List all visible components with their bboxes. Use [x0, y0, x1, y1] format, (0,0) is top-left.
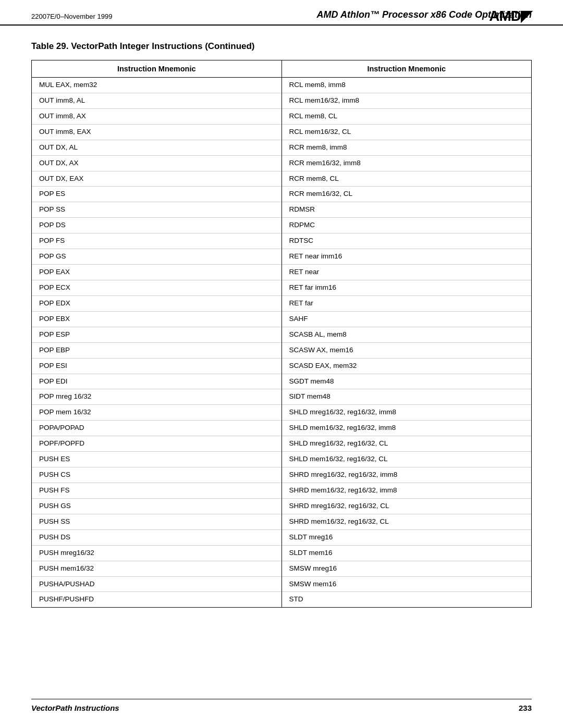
table-row: RCL mem16/32, imm8 — [282, 93, 532, 109]
table-row: POPF/POPFD — [32, 436, 282, 452]
table-row: OUT imm8, AX — [32, 109, 282, 125]
table-row: PUSHA/PUSHAD — [32, 577, 282, 593]
table-row: RCR mem16/32, imm8 — [282, 156, 532, 171]
table-row: RET near imm16 — [282, 249, 532, 265]
table-row: SHLD mreg16/32, reg16/32, imm8 — [282, 405, 532, 421]
main-content: Table 29. VectorPath Integer Instruction… — [0, 26, 563, 623]
table-row: POP EAX — [32, 265, 282, 280]
table-row: PUSH SS — [32, 514, 282, 530]
col1-rows: MUL EAX, mem32OUT imm8, ALOUT imm8, AXOU… — [32, 78, 282, 607]
table-row: PUSH mem16/32 — [32, 561, 282, 577]
table-row: POP EBX — [32, 312, 282, 327]
table-row: RCL mem8, CL — [282, 109, 532, 125]
page-number: 233 — [519, 704, 532, 712]
table-row: POP EBP — [32, 343, 282, 359]
table-row: SMSW mem16 — [282, 577, 532, 593]
table-row: SHRD mem16/32, reg16/32, imm8 — [282, 483, 532, 499]
table-row: RCL mem16/32, CL — [282, 125, 532, 140]
table-row: POP ESP — [32, 327, 282, 343]
table-row: POP EDX — [32, 296, 282, 312]
col2-rows: RCL mem8, imm8RCL mem16/32, imm8RCL mem8… — [282, 78, 532, 607]
table-row: RDTSC — [282, 233, 532, 249]
table-row: POP ES — [32, 187, 282, 202]
doc-number: 22007E/0–November 1999 — [31, 13, 112, 20]
table-row: RCL mem8, imm8 — [282, 78, 532, 93]
table-row: SLDT mem16 — [282, 546, 532, 561]
table-row: SGDT mem48 — [282, 374, 532, 390]
table-row: POP mreg 16/32 — [32, 389, 282, 405]
table-row: POP DS — [32, 218, 282, 233]
table-row: MUL EAX, mem32 — [32, 78, 282, 93]
table-column-2: Instruction Mnemonic RCL mem8, imm8RCL m… — [282, 60, 532, 607]
page-header: 22007E/0–November 1999 AMD Athlon™ Proce… — [0, 0, 563, 26]
table-row: SAHF — [282, 312, 532, 327]
table-row: OUT DX, EAX — [32, 171, 282, 187]
table-row: RDPMC — [282, 218, 532, 233]
page: AMD◤ 22007E/0–November 1999 AMD Athlon™ … — [0, 0, 563, 728]
table-row: RCR mem16/32, CL — [282, 187, 532, 202]
table-row: SIDT mem48 — [282, 389, 532, 405]
table-row: PUSH mreg16/32 — [32, 546, 282, 561]
table-row: RDMSR — [282, 202, 532, 218]
table-row: RET far — [282, 296, 532, 312]
table-row: SHRD mreg16/32, reg16/32, imm8 — [282, 467, 532, 483]
table-row: POP ESI — [32, 359, 282, 374]
table-row: POP GS — [32, 249, 282, 265]
table-row: SCASD EAX, mem32 — [282, 359, 532, 374]
table-row: SCASW AX, mem16 — [282, 343, 532, 359]
table-row: PUSH FS — [32, 483, 282, 499]
table-column-1: Instruction Mnemonic MUL EAX, mem32OUT i… — [32, 60, 282, 607]
table-row: SCASB AL, mem8 — [282, 327, 532, 343]
table-row: OUT DX, AX — [32, 156, 282, 171]
table-row: POPA/POPAD — [32, 421, 282, 436]
table-title: Table 29. VectorPath Integer Instruction… — [31, 41, 532, 52]
footer-section-label: VectorPath Instructions — [31, 704, 119, 712]
table-row: POP mem 16/32 — [32, 405, 282, 421]
table-row: OUT imm8, EAX — [32, 125, 282, 140]
table-row: PUSH GS — [32, 499, 282, 514]
table-row: SHLD mem16/32, reg16/32, imm8 — [282, 421, 532, 436]
table-row: OUT DX, AL — [32, 140, 282, 156]
table-row: SHLD mreg16/32, reg16/32, CL — [282, 436, 532, 452]
table-row: RCR mem8, CL — [282, 171, 532, 187]
table-row: POP ECX — [32, 280, 282, 296]
col1-header: Instruction Mnemonic — [32, 60, 282, 78]
table-row: SHRD mem16/32, reg16/32, CL — [282, 514, 532, 530]
instruction-table: Instruction Mnemonic MUL EAX, mem32OUT i… — [31, 60, 532, 608]
col2-header: Instruction Mnemonic — [282, 60, 532, 78]
table-row: PUSH ES — [32, 452, 282, 467]
amd-logo: AMD◤ — [489, 7, 532, 24]
table-row: RET near — [282, 265, 532, 280]
table-row: POP EDI — [32, 374, 282, 390]
table-row: PUSH DS — [32, 530, 282, 546]
table-row: SMSW mreg16 — [282, 561, 532, 577]
table-row: PUSHF/PUSHFD — [32, 592, 282, 607]
page-footer: VectorPath Instructions 233 — [31, 699, 532, 712]
table-row: PUSH CS — [32, 467, 282, 483]
table-row: POP SS — [32, 202, 282, 218]
table-row: SHRD mreg16/32, reg16/32, CL — [282, 499, 532, 514]
table-row: STD — [282, 592, 532, 607]
table-row: RET far imm16 — [282, 280, 532, 296]
table-row: POP FS — [32, 233, 282, 249]
table-row: SLDT mreg16 — [282, 530, 532, 546]
table-row: RCR mem8, imm8 — [282, 140, 532, 156]
table-row: OUT imm8, AL — [32, 93, 282, 109]
table-row: SHLD mem16/32, reg16/32, CL — [282, 452, 532, 467]
